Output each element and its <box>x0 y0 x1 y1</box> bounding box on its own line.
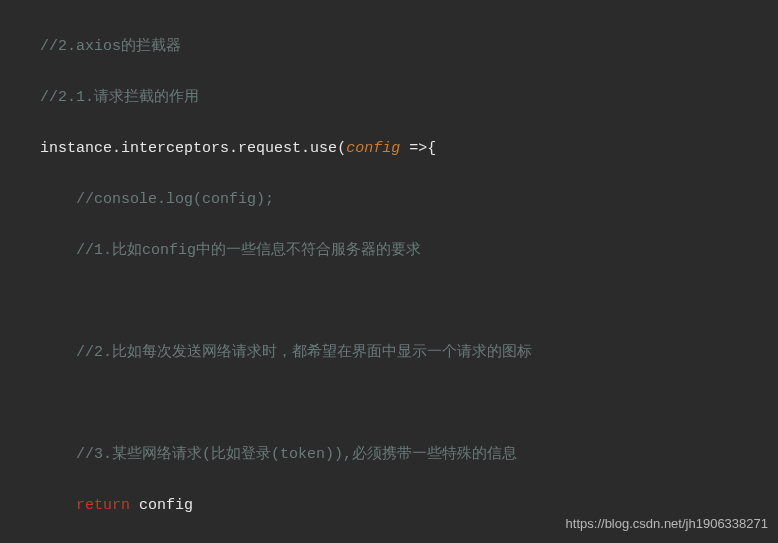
code-line: instance.interceptors.request.use(config… <box>40 136 768 162</box>
blank-line <box>40 293 49 310</box>
code-comment: //3.某些网络请求(比如登录(token)),必须携带一些特殊的信息 <box>40 446 517 463</box>
blank-line <box>40 395 49 412</box>
code-comment: //console.log(config); <box>40 191 274 208</box>
code-block: //2.axios的拦截器 //2.1.请求拦截的作用 instance.int… <box>0 0 778 543</box>
code-comment: //2.比如每次发送网络请求时，都希望在界面中显示一个请求的图标 <box>40 344 532 361</box>
watermark-text: https://blog.csdn.net/jh1906338271 <box>566 513 768 535</box>
code-comment: //2.1.请求拦截的作用 <box>40 89 199 106</box>
code-comment: //1.比如config中的一些信息不符合服务器的要求 <box>40 242 421 259</box>
code-comment: //2.axios的拦截器 <box>40 38 181 55</box>
